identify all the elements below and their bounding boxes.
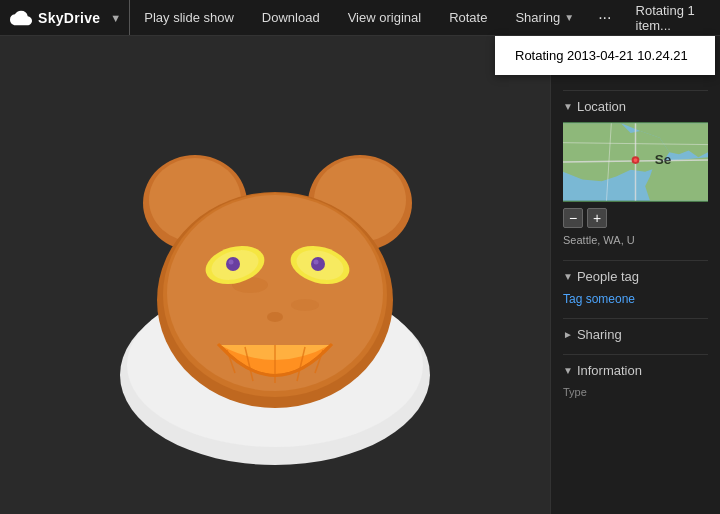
- play-slideshow-button[interactable]: Play slide show: [130, 0, 248, 35]
- location-text: Seattle, WA, U: [563, 234, 708, 246]
- svg-point-14: [229, 260, 234, 265]
- location-section-header: ▼ Location: [563, 99, 708, 114]
- nav-actions: Play slide show Download View original R…: [130, 0, 621, 35]
- divider-2: [563, 260, 708, 261]
- svg-text:Se: Se: [655, 152, 672, 167]
- svg-point-18: [314, 260, 319, 265]
- app-name: SkyDrive: [38, 10, 100, 26]
- topbar: SkyDrive ▼ Play slide show Download View…: [0, 0, 720, 36]
- map-zoom-in-button[interactable]: +: [587, 208, 607, 228]
- svg-point-24: [267, 312, 283, 322]
- photo-container: [45, 45, 505, 505]
- svg-point-32: [634, 158, 638, 162]
- view-original-button[interactable]: View original: [334, 0, 435, 35]
- map-zoom-controls: − +: [563, 208, 708, 228]
- map-image: Se: [563, 122, 708, 202]
- sharing-chevron-icon: ▼: [564, 12, 574, 23]
- rotating-status-text: Rotating 1 item...: [622, 3, 720, 33]
- photo-image: [105, 65, 445, 485]
- info-section: ▼ Information Type: [563, 363, 708, 398]
- notification-popup: Rotating 2013-04-21 10.24.21: [495, 36, 715, 75]
- svg-point-17: [311, 257, 325, 271]
- image-area: [0, 36, 550, 514]
- people-tag-header: ▼ People tag: [563, 269, 708, 284]
- people-chevron-icon[interactable]: ▼: [563, 271, 573, 282]
- notification-message: Rotating 2013-04-21 10.24.21: [515, 48, 688, 63]
- location-chevron-icon[interactable]: ▼: [563, 101, 573, 112]
- info-type-label: Type: [563, 386, 708, 398]
- tag-someone-link[interactable]: Tag someone: [563, 292, 708, 306]
- svg-point-13: [226, 257, 240, 271]
- people-tag-section: ▼ People tag Tag someone: [563, 269, 708, 306]
- rotate-button[interactable]: Rotate: [435, 0, 501, 35]
- sharing-section: ► Sharing: [563, 327, 708, 342]
- sharing-chevron-icon: ►: [563, 329, 573, 340]
- download-button[interactable]: Download: [248, 0, 334, 35]
- logo-chevron-icon[interactable]: ▼: [110, 12, 121, 24]
- map-zoom-out-button[interactable]: −: [563, 208, 583, 228]
- sharing-section-header[interactable]: ► Sharing: [563, 327, 708, 342]
- info-section-header: ▼ Information: [563, 363, 708, 378]
- info-chevron-icon[interactable]: ▼: [563, 365, 573, 376]
- right-sidebar: 19 of 352 View folder ▼ Location: [550, 36, 720, 514]
- svg-point-10: [291, 299, 319, 311]
- skydrive-logo-icon: [10, 7, 32, 29]
- sharing-button[interactable]: Sharing ▼: [501, 0, 588, 35]
- divider-4: [563, 354, 708, 355]
- divider-1: [563, 90, 708, 91]
- divider-3: [563, 318, 708, 319]
- logo-area: SkyDrive ▼: [0, 0, 130, 35]
- main-content: 19 of 352 View folder ▼ Location: [0, 36, 720, 514]
- more-options-button[interactable]: ···: [588, 0, 621, 35]
- map-container[interactable]: Se: [563, 122, 708, 202]
